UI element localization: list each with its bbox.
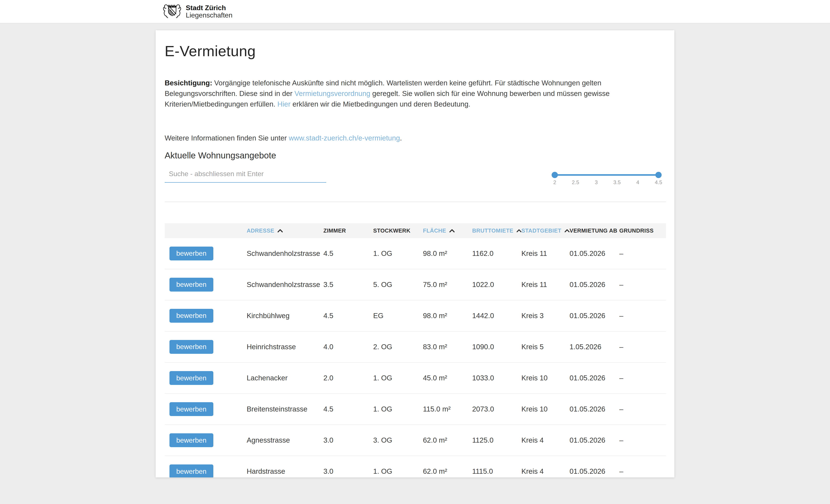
cell-bruttomiete: 1022.0: [472, 281, 521, 289]
column-header-flaeche[interactable]: FLÄCHE: [423, 228, 472, 234]
cell-stockwerk: 1. OG: [373, 405, 423, 413]
bewerben-button[interactable]: bewerben: [169, 465, 213, 477]
cell-stadtgebiet: Kreis 11: [521, 281, 570, 289]
table-row: bewerben Schwandenholzstrasse 4.5 1. OG …: [165, 238, 666, 269]
table-body: bewerben Schwandenholzstrasse 4.5 1. OG …: [165, 238, 666, 477]
column-header-vermietung_ab[interactable]: VERMIETUNG AB: [570, 228, 619, 234]
e-vermietung-link[interactable]: www.stadt-zuerich.ch/e-vermietung: [289, 134, 400, 142]
column-header-label: VERMIETUNG AB: [570, 228, 617, 234]
table-header-row: ADRESSEZIMMERSTOCKWERKFLÄCHEBRUTTOMIETES…: [165, 223, 666, 238]
column-header-adresse[interactable]: ADRESSE: [247, 228, 323, 234]
brand-title: Stadt Zürich: [186, 4, 232, 11]
cell-zimmer: 2.0: [323, 374, 373, 382]
rooms-range-slider[interactable]: 22.533.544.5: [555, 166, 659, 188]
table-row: bewerben Lachenacker 2.0 1. OG 45.0 m² 1…: [165, 363, 666, 394]
intro-paragraph: Besichtigung: Vorgängige telefonische Au…: [165, 78, 666, 109]
cell-bruttomiete: 1090.0: [472, 343, 521, 351]
cell-flaeche: 98.0 m²: [423, 249, 472, 258]
slider-handle-max[interactable]: [656, 172, 662, 178]
slider-tick-label: 2.5: [572, 179, 579, 185]
cell-flaeche: 98.0 m²: [423, 312, 472, 320]
cell-adresse: Lachenacker: [247, 374, 323, 382]
info-paragraph: Weitere Informationen finden Sie unter w…: [165, 133, 666, 144]
cell-actions: bewerben: [165, 433, 247, 447]
listings-table: ADRESSEZIMMERSTOCKWERKFLÄCHEBRUTTOMIETES…: [165, 223, 666, 477]
cell-stockwerk: 1. OG: [373, 374, 423, 382]
cell-adresse: Kirchbühlweg: [247, 312, 323, 320]
cell-actions: bewerben: [165, 402, 247, 416]
bewerben-button[interactable]: bewerben: [169, 371, 213, 385]
cell-stockwerk: 1. OG: [373, 467, 423, 475]
filter-controls: 22.533.544.5: [165, 166, 666, 188]
slider-track[interactable]: [555, 174, 659, 176]
table-row: bewerben Kirchbühlweg 4.5 EG 98.0 m² 144…: [165, 301, 666, 332]
column-header-label: ADRESSE: [247, 228, 274, 234]
cell-vermietung-ab: 01.05.2026: [570, 281, 619, 289]
cell-flaeche: 62.0 m²: [423, 436, 472, 444]
section-subtitle: Aktuelle Wohnungsangebote: [165, 150, 666, 161]
cell-adresse: Heinrichstrasse: [247, 343, 323, 351]
brand-text: Stadt Zürich Liegenschaften: [186, 4, 232, 19]
column-header-label: GRUNDRISS: [619, 228, 653, 234]
cell-zimmer: 4.0: [323, 343, 373, 351]
cell-grundriss: –: [619, 312, 666, 320]
bewerben-button[interactable]: bewerben: [169, 278, 213, 291]
cell-stadtgebiet: Kreis 3: [521, 312, 570, 320]
column-header-bruttomiete[interactable]: BRUTTOMIETE: [472, 228, 521, 234]
cell-actions: bewerben: [165, 465, 247, 477]
cell-vermietung-ab: 01.05.2026: [570, 312, 619, 320]
cell-stadtgebiet: Kreis 4: [521, 467, 570, 475]
bewerben-button[interactable]: bewerben: [169, 340, 213, 354]
cell-bruttomiete: 1442.0: [472, 312, 521, 320]
table-row: bewerben Breitensteinstrasse 4.5 1. OG 1…: [165, 394, 666, 425]
column-header-label: FLÄCHE: [423, 228, 446, 234]
bewerben-button[interactable]: bewerben: [169, 433, 213, 447]
cell-stockwerk: 5. OG: [373, 281, 423, 289]
slider-handle-min[interactable]: [552, 172, 558, 178]
column-header-zimmer[interactable]: ZIMMER: [323, 228, 373, 234]
section-divider: [165, 202, 666, 202]
cell-stockwerk: 1. OG: [373, 249, 423, 258]
brand-subtitle: Liegenschaften: [186, 11, 232, 19]
column-header-label: BRUTTOMIETE: [472, 228, 513, 234]
cell-zimmer: 4.5: [323, 405, 373, 413]
cell-vermietung-ab: 01.05.2026: [570, 249, 619, 258]
hier-link[interactable]: Hier: [277, 100, 290, 108]
cell-grundriss: –: [619, 467, 666, 475]
cell-actions: bewerben: [165, 371, 247, 385]
cell-flaeche: 75.0 m²: [423, 281, 472, 289]
cell-vermietung-ab: 01.05.2026: [570, 467, 619, 475]
cell-zimmer: 4.5: [323, 249, 373, 258]
cell-stadtgebiet: Kreis 5: [521, 343, 570, 351]
cell-zimmer: 3.5: [323, 281, 373, 289]
vermietungsverordnung-link[interactable]: Vermietungsver­ordnung: [294, 90, 370, 97]
column-header-stadtgebiet[interactable]: STADTGEBIET: [521, 228, 570, 234]
cell-flaeche: 62.0 m²: [423, 467, 472, 475]
cell-stockwerk: EG: [373, 312, 423, 320]
cell-grundriss: –: [619, 374, 666, 382]
cell-grundriss: –: [619, 281, 666, 289]
column-header-grundriss[interactable]: GRUNDRISS: [619, 228, 666, 234]
cell-stockwerk: 3. OG: [373, 436, 423, 444]
search-input[interactable]: [165, 166, 326, 183]
bewerben-button[interactable]: bewerben: [169, 402, 213, 416]
cell-stockwerk: 2. OG: [373, 343, 423, 351]
slider-tick-label: 4.5: [655, 179, 662, 185]
bewerben-button[interactable]: bewerben: [169, 309, 213, 323]
column-header-stockwerk[interactable]: STOCKWERK: [373, 228, 423, 234]
table-row: bewerben Heinrichstrasse 4.0 2. OG 83.0 …: [165, 332, 666, 363]
info-text-after: .: [400, 134, 402, 142]
slider-tick-label: 3: [595, 179, 598, 185]
brand-logo[interactable]: Stadt Zürich Liegenschaften: [163, 3, 232, 20]
sort-caret-up-icon: [449, 229, 454, 232]
bewerben-button[interactable]: bewerben: [169, 247, 213, 260]
cell-stadtgebiet: Kreis 10: [521, 374, 570, 382]
cell-stadtgebiet: Kreis 11: [521, 249, 570, 258]
sort-caret-up-icon: [517, 229, 521, 232]
cell-adresse: Schwandenholzstrasse: [247, 281, 323, 289]
info-text: Weitere Informationen finden Sie unter: [165, 134, 289, 142]
slider-tick-label: 4: [636, 179, 639, 185]
column-header-label: STOCKWERK: [373, 228, 411, 234]
cell-vermietung-ab: 1.05.2026: [570, 343, 619, 351]
cell-actions: bewerben: [165, 309, 247, 323]
